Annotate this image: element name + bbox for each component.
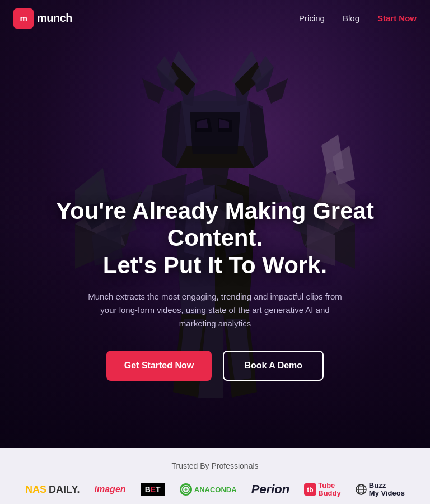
svg-marker-41 bbox=[190, 112, 240, 154]
brand-buzzmyvideos: Buzz My Videos bbox=[356, 482, 405, 498]
brand-perion: Perion bbox=[251, 482, 289, 497]
anaconda-icon bbox=[180, 483, 192, 496]
brand-imagen: imagen bbox=[95, 484, 126, 494]
anaconda-text: ANACONDA bbox=[194, 486, 237, 494]
hero-headline: You're Already Making Great Content. Let… bbox=[34, 198, 396, 279]
my-videos-text: My Videos bbox=[369, 489, 405, 497]
logo-letter: m bbox=[20, 13, 27, 23]
nas-text: NAS bbox=[25, 484, 46, 496]
tube-text: Tube bbox=[318, 482, 340, 489]
get-started-button[interactable]: Get Started Now bbox=[106, 351, 212, 381]
trusted-label: Trusted By Professionals bbox=[18, 461, 412, 470]
nav-blog[interactable]: Blog bbox=[343, 13, 359, 23]
imagen-text: imagen bbox=[95, 484, 126, 494]
brand-bet: BET bbox=[141, 483, 165, 496]
tubebuddy-icon: tb bbox=[304, 483, 316, 496]
logo-text: munch bbox=[37, 12, 72, 25]
svg-marker-11 bbox=[321, 134, 344, 174]
brand-tubebuddy: tb Tube Buddy bbox=[304, 482, 340, 498]
nav-start-now[interactable]: Start Now bbox=[377, 13, 417, 23]
nav-pricing[interactable]: Pricing bbox=[299, 13, 325, 23]
logos-row: NASDAILY. imagen BET ANACONDA Perion bbox=[18, 482, 412, 498]
trusted-section: Trusted By Professionals NASDAILY. image… bbox=[0, 448, 430, 504]
hero-section: You're Already Making Great Content. Let… bbox=[0, 0, 430, 448]
hero-content: You're Already Making Great Content. Let… bbox=[0, 198, 430, 381]
bet-text: BET bbox=[141, 483, 165, 496]
hero-buttons: Get Started Now Book A Demo bbox=[34, 351, 396, 381]
perion-text: Perion bbox=[251, 482, 289, 497]
logo[interactable]: m munch bbox=[13, 8, 72, 29]
brand-anaconda: ANACONDA bbox=[180, 483, 237, 496]
buddy-text: Buddy bbox=[318, 489, 340, 497]
navbar: m munch Pricing Blog Start Now bbox=[0, 0, 430, 36]
nav-links: Pricing Blog Start Now bbox=[299, 13, 417, 23]
brand-nasdaily: NASDAILY. bbox=[25, 484, 80, 496]
buzz-globe-icon bbox=[356, 484, 367, 495]
hero-subtext: Munch extracts the most engaging, trendi… bbox=[86, 290, 344, 330]
logo-icon: m bbox=[13, 8, 34, 29]
book-demo-button[interactable]: Book A Demo bbox=[223, 351, 324, 381]
buzz-text: Buzz bbox=[369, 482, 405, 489]
svg-text:tb: tb bbox=[307, 486, 314, 494]
svg-marker-23 bbox=[201, 168, 229, 185]
daily-text: DAILY. bbox=[49, 484, 80, 496]
